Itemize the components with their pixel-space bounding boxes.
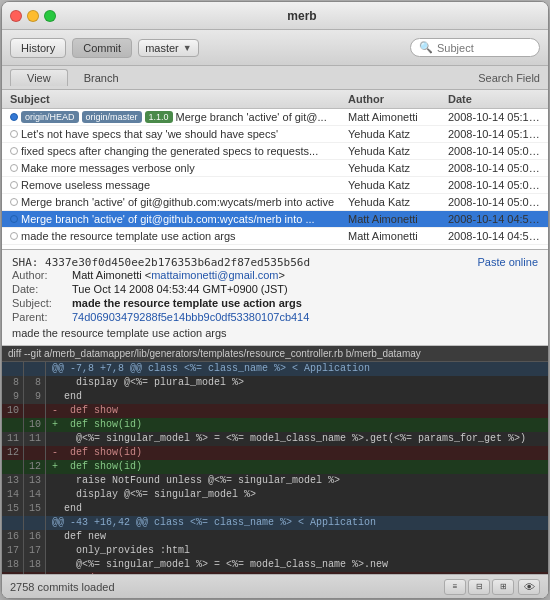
commit-date: 2008-10-14 05:18:53 <box>444 110 544 124</box>
diff-line-content: only_provides :html <box>46 544 548 558</box>
diff-line-num-old: 16 <box>2 530 24 544</box>
view-buttons: ≡ ⊟ ⊞ <box>444 579 514 595</box>
diff-line-num-new: 11 <box>24 432 46 446</box>
date-value: Tue Oct 14 2008 04:53:44 GMT+0900 (JST) <box>72 283 538 295</box>
search-icon: 🔍 <box>419 41 433 54</box>
commit-row[interactable]: made the resource template use action ar… <box>2 228 548 245</box>
branch-selector[interactable]: master ▼ <box>138 39 199 57</box>
diff-line: @@ -43 +16,42 @@ class <%= class_name %>… <box>2 516 548 530</box>
author-label: Author: <box>12 269 72 281</box>
diff-line-num-new: 10 <box>24 418 46 432</box>
parent-value: 74d06903479288f5e14bbb9c0df53380107cb414 <box>72 311 538 323</box>
diff-line-content: - def show <box>46 404 548 418</box>
diff-lines-container: @@ -7,8 +7,8 @@ class <%= class_name %> … <box>2 362 548 574</box>
diff-line-num-new <box>24 362 46 376</box>
paste-online-link[interactable]: Paste online <box>477 256 538 268</box>
diff-line-num-new <box>24 404 46 418</box>
commit-row[interactable]: Make more messages verbose onlyYehuda Ka… <box>2 160 548 177</box>
diff-line: 88 display @<%= plural_model %> <box>2 376 548 390</box>
badge-version: 1.1.0 <box>145 111 173 123</box>
diff-line-num-old: 9 <box>2 390 24 404</box>
commit-row[interactable]: Merge branch 'active' of git@github.com:… <box>2 211 548 228</box>
list-view-button[interactable]: ≡ <box>444 579 466 595</box>
split-view-button[interactable]: ⊟ <box>468 579 490 595</box>
diff-line: 1313 raise NotFound unless @<%= singular… <box>2 474 548 488</box>
commit-row[interactable]: fixed specs after changing the generated… <box>2 143 548 160</box>
diff-content[interactable]: @@ -7,8 +7,8 @@ class <%= class_name %> … <box>2 362 548 574</box>
diff-line-num-new: 13 <box>24 474 46 488</box>
commit-row[interactable]: origin/HEADorigin/master1.1.0Merge branc… <box>2 109 548 126</box>
tab-branch[interactable]: Branch <box>68 70 135 86</box>
commit-author: Matt Aimonetti <box>344 110 444 124</box>
commit-date: 2008-10-14 04:54:40 <box>444 212 544 226</box>
commit-dot <box>10 164 18 172</box>
diff-line-num-old <box>2 516 24 530</box>
commit-row[interactable]: Merge branch 'active' of git@github.com:… <box>2 194 548 211</box>
commit-author: Matt Aimonetti <box>344 212 444 226</box>
diff-line-num-old: 13 <box>2 474 24 488</box>
branch-label: master <box>145 42 179 54</box>
diff-line: 1414 display @<%= singular_model %> <box>2 488 548 502</box>
commit-author: Yehuda Katz <box>344 144 444 158</box>
diff-line: 12- def show(id) <box>2 446 548 460</box>
commit-row[interactable]: Remove useless messageYehuda Katz2008-10… <box>2 177 548 194</box>
search-input[interactable] <box>437 42 531 54</box>
author-value: Matt Aimonetti <mattaimonetti@gmail.com> <box>72 269 538 281</box>
diff-line-num-old: 11 <box>2 432 24 446</box>
diff-line: 1818 @<%= singular_model %> = <%= model_… <box>2 558 548 572</box>
commit-date: 2008-10-14 05:13:56 <box>444 127 544 141</box>
col-author: Author <box>344 92 444 106</box>
commit-subject-text: Let's not have specs that say 'we should… <box>21 128 278 140</box>
diff-line-num-old: 14 <box>2 488 24 502</box>
commit-author: Yehuda Katz <box>344 127 444 141</box>
main-window: merb History Commit master ▼ 🔍 View Bran… <box>1 1 549 599</box>
commit-row[interactable]: Let's not have specs that say 'we should… <box>2 126 548 143</box>
diff-line: 1515 end <box>2 502 548 516</box>
diff-line: 99 end <box>2 390 548 404</box>
commit-date: 2008-10-14 05:07:21 <box>444 144 544 158</box>
commit-subject-text: fixed specs after changing the generated… <box>21 145 318 157</box>
commit-dot <box>10 130 18 138</box>
diff-line-num-old <box>2 460 24 474</box>
sha-value: SHA: 4337e30f0d450ee2b176353b6ad2f87ed53… <box>12 256 310 269</box>
tab-row: View Branch Search Field <box>2 66 548 90</box>
diff-line: 10+ def show(id) <box>2 418 548 432</box>
search-box: 🔍 <box>410 38 540 57</box>
date-label: Date: <box>12 283 72 295</box>
history-button[interactable]: History <box>10 38 66 58</box>
diff-area: diff --git a/merb_datamapper/lib/generat… <box>2 346 548 574</box>
diff-line-num-new: 17 <box>24 544 46 558</box>
diff-line-num-old <box>2 362 24 376</box>
subject-label: Subject: <box>12 297 72 309</box>
badge-origin-master: origin/master <box>82 111 142 123</box>
author-email-link[interactable]: mattaimonetti@gmail.com <box>151 269 278 281</box>
diff-line-num-old: 18 <box>2 558 24 572</box>
diff-line-content: @<%= singular_model %> = <%= model_class… <box>46 432 548 446</box>
diff-line-num-old: 15 <box>2 502 24 516</box>
diff-line: 10- def show <box>2 404 548 418</box>
diff-line-content: - def show(id) <box>46 446 548 460</box>
parent-link[interactable]: 74d06903479288f5e14bbb9c0df53380107cb414 <box>72 311 309 323</box>
eye-button[interactable]: 👁 <box>518 579 540 595</box>
detail-panel: SHA: 4337e30f0d450ee2b176353b6ad2f87ed53… <box>2 250 548 346</box>
diff-line-num-new <box>24 446 46 460</box>
grid-view-button[interactable]: ⊞ <box>492 579 514 595</box>
diff-line-num-new: 16 <box>24 530 46 544</box>
diff-line-num-new: 12 <box>24 460 46 474</box>
diff-line-num-old: 10 <box>2 404 24 418</box>
commit-button[interactable]: Commit <box>72 38 132 58</box>
close-button[interactable] <box>10 10 22 22</box>
tab-view[interactable]: View <box>10 69 68 86</box>
minimize-button[interactable] <box>27 10 39 22</box>
commit-subject-text: Make more messages verbose only <box>21 162 195 174</box>
zoom-button[interactable] <box>44 10 56 22</box>
commit-subject-text: Merge branch 'active' of git@... <box>176 111 327 123</box>
diff-line-num-old: 12 <box>2 446 24 460</box>
commit-author: Yehuda Katz <box>344 195 444 209</box>
commit-dot <box>10 181 18 189</box>
commit-list-header: Subject Author Date <box>2 90 548 109</box>
diff-line-num-new: 15 <box>24 502 46 516</box>
diff-line-content: + def show(id) <box>46 418 548 432</box>
chevron-down-icon: ▼ <box>183 43 192 53</box>
badge-origin-head: origin/HEAD <box>21 111 79 123</box>
